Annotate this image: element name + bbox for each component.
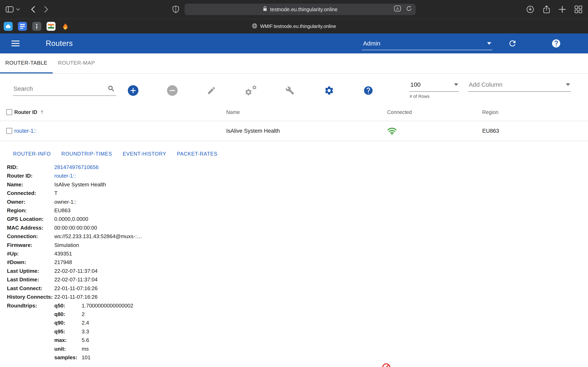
back-icon[interactable] <box>31 6 35 13</box>
url-text: testnode.eu.thingularity.online <box>270 7 337 12</box>
tab-router-map[interactable]: ROUTER-MAP <box>53 53 100 73</box>
info-favicon[interactable] <box>32 22 41 31</box>
privacy-shield-icon[interactable] <box>172 6 179 13</box>
field-row: Connection:ws://52.233.131.43:52864@muxs… <box>7 232 588 241</box>
tab-title: WMIF:testnode.eu.thingularity.online <box>260 24 336 29</box>
question-icon <box>363 85 373 96</box>
docs-favicon[interactable] <box>18 22 27 31</box>
column-name[interactable]: Name <box>226 109 382 115</box>
column-connected[interactable]: Connected <box>382 109 482 115</box>
add-column-label: Add Column <box>469 81 502 88</box>
app-header: Routers Admin <box>0 33 588 53</box>
stat-label: q80: <box>54 310 82 318</box>
field-row: GPS Location:0.0000,0.0000 <box>7 215 588 223</box>
field-label: Owner: <box>7 198 54 206</box>
settings-button[interactable] <box>321 82 337 99</box>
field-label: GPS Location: <box>7 215 54 223</box>
help-icon <box>551 39 561 48</box>
field-row: RID:281474976710656 <box>7 163 588 171</box>
account-select-value: Admin <box>363 40 380 47</box>
add-button[interactable] <box>125 82 141 99</box>
new-tab-icon[interactable] <box>559 6 566 13</box>
add-circle-icon <box>128 85 138 96</box>
flame-favicon[interactable] <box>61 22 70 31</box>
page-title: Routers <box>46 39 73 48</box>
roundtrip-stat: max:5.6 <box>54 336 133 344</box>
table-help-button[interactable] <box>360 82 376 99</box>
stat-value: 2.4 <box>82 318 89 327</box>
gears-icon <box>245 85 257 96</box>
sidebar-toggle-icon[interactable] <box>6 6 13 12</box>
settings-group-button[interactable] <box>242 82 259 99</box>
tools-button[interactable] <box>282 82 298 99</box>
field-value: IsAlive System Health <box>54 180 106 189</box>
remove-button[interactable] <box>164 82 181 99</box>
router-table: Router ID Name Connected Region router-1… <box>0 104 588 141</box>
sidebar-chevron-icon[interactable] <box>16 8 20 11</box>
wifi-icon <box>387 127 397 135</box>
tab-roundtrip-times[interactable]: ROUNDTRIP-TIMES <box>61 151 112 157</box>
field-value: 217948 <box>54 258 72 267</box>
row-checkbox[interactable] <box>6 128 12 134</box>
help-button[interactable] <box>551 39 561 48</box>
router-name: IsAlive System Health <box>226 128 382 134</box>
account-select[interactable]: Admin <box>362 40 493 50</box>
rid-link[interactable]: 281474976710656 <box>54 163 99 171</box>
tab-overview-icon[interactable] <box>575 6 582 13</box>
chevron-down-icon <box>454 83 458 86</box>
tab-router-info[interactable]: ROUTER-INFO <box>13 151 51 157</box>
router-id-link[interactable]: router-1:: <box>14 128 37 134</box>
table-row[interactable]: router-1:: IsAlive System Health EU863 <box>0 121 588 141</box>
router-id-link[interactable]: router-1:: <box>54 171 76 180</box>
translate-icon[interactable]: A <box>394 6 401 13</box>
refresh-button[interactable] <box>508 39 517 48</box>
field-row: Firmware:Simulation <box>7 241 588 249</box>
address-bar[interactable]: testnode.eu.thingularity.online A <box>185 4 416 15</box>
search-input[interactable] <box>13 83 116 96</box>
field-value: 0.0000,0.0000 <box>54 215 88 223</box>
downloads-icon[interactable] <box>526 5 535 14</box>
disconnected-icon <box>382 363 390 367</box>
column-router-id[interactable]: Router ID <box>14 109 226 115</box>
add-column-select[interactable]: Add Column <box>468 81 571 92</box>
select-all-checkbox[interactable] <box>6 109 12 115</box>
table-toolbar: 100 # of Rows Add Column <box>0 74 588 104</box>
stat-label: samples: <box>54 353 82 362</box>
roundtrip-stat: q95:3.3 <box>54 327 133 336</box>
forward-icon[interactable] <box>44 6 49 13</box>
field-value: owner-1:: <box>54 198 76 206</box>
field-row: Connected:T <box>7 189 588 197</box>
field-label: Region: <box>7 206 54 215</box>
field-label: Last Connect: <box>7 284 54 292</box>
stat-value: 101 <box>82 353 90 362</box>
field-label: RID: <box>7 163 54 171</box>
flag-favicon[interactable] <box>47 22 56 31</box>
roundtrip-stat: q90:2.4 <box>54 318 133 327</box>
tab-packet-rates[interactable]: PACKET-RATES <box>177 151 217 157</box>
field-row: Owner:owner-1:: <box>7 198 588 206</box>
tab-router-table[interactable]: ROUTER-TABLE <box>0 53 53 73</box>
column-region[interactable]: Region <box>482 109 588 115</box>
field-row: History Connects:22-01-11-07:16:26 <box>7 292 588 301</box>
field-label: Router ID: <box>7 171 54 180</box>
active-tab[interactable]: WMIF:testnode.eu.thingularity.online <box>252 23 336 30</box>
field-label: Last Dntime: <box>7 275 54 284</box>
detail-tabs: ROUTER-INFO ROUNDTRIP-TIMES EVENT-HISTOR… <box>0 151 588 157</box>
cloud-favicon[interactable] <box>4 22 13 31</box>
svg-text:A: A <box>396 7 399 11</box>
field-value: 00:00:00:00:00:00 <box>54 224 97 232</box>
view-tabs: ROUTER-TABLE ROUTER-MAP <box>0 53 588 74</box>
tab-event-history[interactable]: EVENT-HISTORY <box>123 151 166 157</box>
field-value: 22-01-11-07:16:26 <box>54 292 98 301</box>
field-label: Connected: <box>7 189 54 197</box>
edit-button[interactable] <box>203 82 220 99</box>
search-icon <box>107 85 115 92</box>
rows-per-page-select[interactable]: 100 # of Rows <box>410 81 459 99</box>
share-icon[interactable] <box>543 5 550 14</box>
rows-caption: # of Rows <box>410 94 459 99</box>
reload-icon[interactable] <box>406 5 412 13</box>
menu-icon[interactable] <box>11 40 20 47</box>
bookmarks-bar: WMIF:testnode.eu.thingularity.online <box>0 19 588 33</box>
field-label: Name: <box>7 180 54 189</box>
field-value: 22-02-07-11:37:04 <box>54 275 98 284</box>
